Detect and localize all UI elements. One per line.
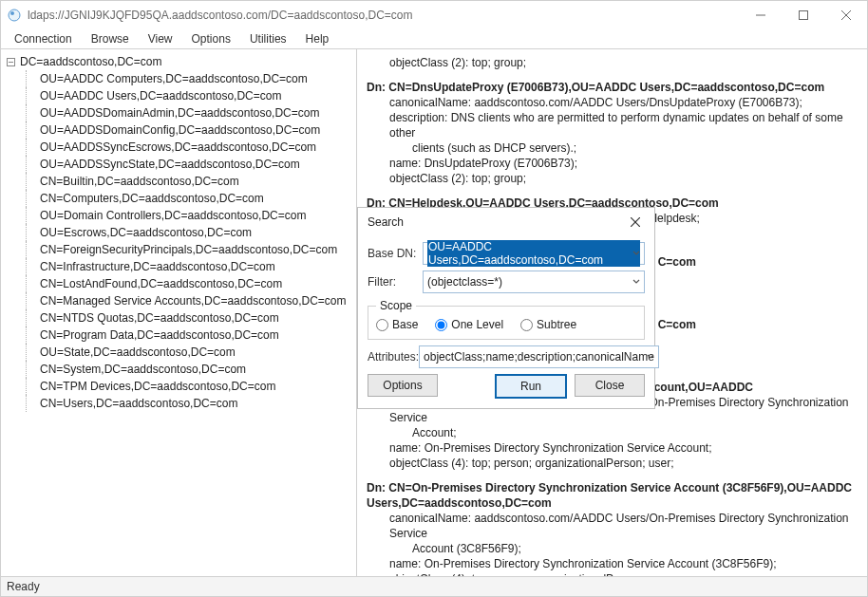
tree-item[interactable]: OU=AADDC Computers,DC=aaddscontoso,DC=co… <box>26 70 356 87</box>
tree-item[interactable]: CN=System,DC=aaddscontoso,DC=com <box>26 361 356 378</box>
tree-item-label: OU=AADDSSyncEscrows,DC=aaddscontoso,DC=c… <box>38 140 318 155</box>
maximize-button[interactable] <box>782 1 824 29</box>
tree-item[interactable]: CN=Program Data,DC=aaddscontoso,DC=com <box>26 326 356 344</box>
scope-legend: Scope <box>376 299 416 312</box>
tree-item-label: CN=Infrastructure,DC=aaddscontoso,DC=com <box>38 259 277 274</box>
result-line: canonicalName: aaddscontoso.com/AADDC Us… <box>367 95 858 110</box>
minimize-button[interactable] <box>739 1 782 29</box>
basedn-value: OU=AADDC Users,DC=aaddscontoso,DC=com <box>427 240 640 267</box>
tree-item[interactable]: OU=AADDSDomainConfig,DC=aaddscontoso,DC=… <box>26 121 356 139</box>
scope-onelevel-radio[interactable]: One Level <box>435 318 503 331</box>
tree-item-label: CN=Users,DC=aaddscontoso,DC=com <box>38 396 239 411</box>
tree-item[interactable]: CN=TPM Devices,DC=aaddscontoso,DC=com <box>26 378 356 395</box>
tree-item-label: OU=AADDSSyncState,DC=aaddscontoso,DC=com <box>38 157 302 172</box>
basedn-label: Base DN: <box>368 247 423 260</box>
chevron-down-icon <box>632 275 640 289</box>
tree-item-label: OU=AADDC Computers,DC=aaddscontoso,DC=co… <box>38 71 310 86</box>
tree-item-label: OU=AADDC Users,DC=aaddscontoso,DC=com <box>38 88 283 103</box>
dialog-title: Search <box>368 215 404 229</box>
filter-combo[interactable]: (objectclass=*) <box>423 271 645 293</box>
result-dn: Users,DC=aaddscontoso,DC=com <box>367 496 552 510</box>
tree-item-label: CN=TPM Devices,DC=aaddscontoso,DC=com <box>38 379 277 394</box>
tree-item-label: OU=AADDSDomainAdmin,DC=aaddscontoso,DC=c… <box>38 105 321 121</box>
tree-item-label: CN=System,DC=aaddscontoso,DC=com <box>38 362 248 377</box>
tree-item[interactable]: CN=Managed Service Accounts,DC=aaddscont… <box>26 292 356 309</box>
result-dn-fragment: Account,OU=AADDC <box>639 381 753 394</box>
tree-item[interactable]: OU=Domain Controllers,DC=aaddscontoso,DC… <box>26 207 356 224</box>
tree-root-label[interactable]: DC=aaddscontoso,DC=com <box>18 54 163 69</box>
app-window: ldaps://JGNIJ9KJQFD95QA.aaddscontoso.com… <box>0 0 868 597</box>
tree-item[interactable]: CN=NTDS Quotas,DC=aaddscontoso,DC=com <box>26 309 356 326</box>
result-line: objectClass (2): top; group; <box>367 55 858 70</box>
menu-connection[interactable]: Connection <box>5 30 82 47</box>
result-line: objectClass (2): top; group; <box>367 171 858 186</box>
tree-item[interactable]: CN=Users,DC=aaddscontoso,DC=com <box>26 395 356 412</box>
status-bar: Ready <box>1 577 867 596</box>
menubar: Connection Browse View Options Utilities… <box>1 29 867 48</box>
chevron-down-icon <box>647 350 654 364</box>
menu-utilities[interactable]: Utilities <box>240 30 296 47</box>
tree-item-label: CN=Builtin,DC=aaddscontoso,DC=com <box>38 174 241 189</box>
result-line: name: On-Premises Directory Synchronizat… <box>367 440 858 456</box>
collapse-icon[interactable] <box>5 56 16 67</box>
basedn-combo[interactable]: OU=AADDC Users,DC=aaddscontoso,DC=com <box>423 242 645 265</box>
result-line: Account; <box>367 425 858 440</box>
tree-item[interactable]: CN=Computers,DC=aaddscontoso,DC=com <box>26 190 356 207</box>
tree-item[interactable]: OU=AADDSSyncState,DC=aaddscontoso,DC=com <box>26 156 356 173</box>
close-button-dialog[interactable]: Close <box>575 374 645 397</box>
status-text: Ready <box>7 580 40 593</box>
result-entry: Dn: CN=DnsUpdateProxy (E7006B73),OU=AADD… <box>367 80 858 186</box>
result-line: objectClass (4): top; person; organizati… <box>367 571 858 576</box>
svg-point-1 <box>10 11 14 15</box>
menu-help[interactable]: Help <box>296 30 339 47</box>
dialog-titlebar[interactable]: Search <box>358 208 654 236</box>
tree-pane[interactable]: DC=aaddscontoso,DC=com OU=AADDC Computer… <box>1 49 357 576</box>
tree-item[interactable]: CN=ForeignSecurityPrincipals,DC=aaddscon… <box>26 241 356 258</box>
titlebar: ldaps://JGNIJ9KJQFD95QA.aaddscontoso.com… <box>1 1 867 29</box>
dialog-close-button[interactable] <box>626 213 645 232</box>
menu-options[interactable]: Options <box>182 30 240 47</box>
scope-fieldset: Scope Base One Level Subtree <box>368 299 645 340</box>
tree-item[interactable]: CN=Builtin,DC=aaddscontoso,DC=com <box>26 173 356 190</box>
filter-value: (objectclass=*) <box>427 275 502 289</box>
tree-item-label: OU=Domain Controllers,DC=aaddscontoso,DC… <box>38 208 308 223</box>
scope-base-radio[interactable]: Base <box>376 318 418 331</box>
tree-item[interactable]: OU=AADDSSyncEscrows,DC=aaddscontoso,DC=c… <box>26 139 356 156</box>
tree-item-label: CN=Computers,DC=aaddscontoso,DC=com <box>38 191 266 206</box>
chevron-down-icon <box>632 247 640 260</box>
tree-item[interactable]: OU=AADDC Users,DC=aaddscontoso,DC=com <box>26 87 356 104</box>
tree-item[interactable]: OU=AADDSDomainAdmin,DC=aaddscontoso,DC=c… <box>26 104 356 121</box>
search-dialog: Search Base DN: OU=AADDC Users,DC=aaddsc… <box>357 207 655 409</box>
attributes-value: objectClass;name;description;canonicalNa… <box>424 350 654 364</box>
result-dn: Dn: CN=On-Premises Directory Synchroniza… <box>367 481 852 494</box>
menu-view[interactable]: View <box>139 30 182 47</box>
tree-item-label: OU=State,DC=aaddscontoso,DC=com <box>38 345 237 360</box>
result-line: objectClass (4): top; person; organizati… <box>367 456 858 471</box>
options-button[interactable]: Options <box>368 374 438 397</box>
result-line: Account (3C8F56F9); <box>367 541 858 556</box>
run-button[interactable]: Run <box>495 374 567 399</box>
svg-point-0 <box>9 9 20 21</box>
tree-item-label: OU=AADDSDomainConfig,DC=aaddscontoso,DC=… <box>38 122 322 138</box>
scope-subtree-radio[interactable]: Subtree <box>520 318 576 331</box>
tree-item[interactable]: CN=LostAndFound,DC=aaddscontoso,DC=com <box>26 275 356 292</box>
window-title: ldaps://JGNIJ9KJQFD95QA.aaddscontoso.com… <box>28 9 413 22</box>
tree-item-label: CN=LostAndFound,DC=aaddscontoso,DC=com <box>38 276 284 291</box>
tree-item[interactable]: CN=Infrastructure,DC=aaddscontoso,DC=com <box>26 258 356 275</box>
tree-item-label: CN=Program Data,DC=aaddscontoso,DC=com <box>38 327 281 343</box>
tree-item[interactable]: OU=Escrows,DC=aaddscontoso,DC=com <box>26 224 356 241</box>
tree-item-label: OU=Escrows,DC=aaddscontoso,DC=com <box>38 225 254 240</box>
tree-children: OU=AADDC Computers,DC=aaddscontoso,DC=co… <box>5 70 356 412</box>
menu-browse[interactable]: Browse <box>82 30 139 47</box>
result-dn-fragment: C=com <box>658 318 696 331</box>
attributes-label: Attributes: <box>368 350 419 364</box>
tree-item[interactable]: OU=State,DC=aaddscontoso,DC=com <box>26 344 356 361</box>
app-icon <box>7 8 22 23</box>
close-button[interactable] <box>824 1 867 29</box>
attributes-combo[interactable]: objectClass;name;description;canonicalNa… <box>419 345 659 368</box>
result-dn-fragment: C=com <box>658 255 696 269</box>
tree-root[interactable]: DC=aaddscontoso,DC=com <box>5 53 356 70</box>
tree-item-label: CN=ForeignSecurityPrincipals,DC=aaddscon… <box>38 242 339 257</box>
main-area: DC=aaddscontoso,DC=com OU=AADDC Computer… <box>1 48 867 577</box>
result-entry: Dn: CN=On-Premises Directory Synchroniza… <box>367 480 858 576</box>
